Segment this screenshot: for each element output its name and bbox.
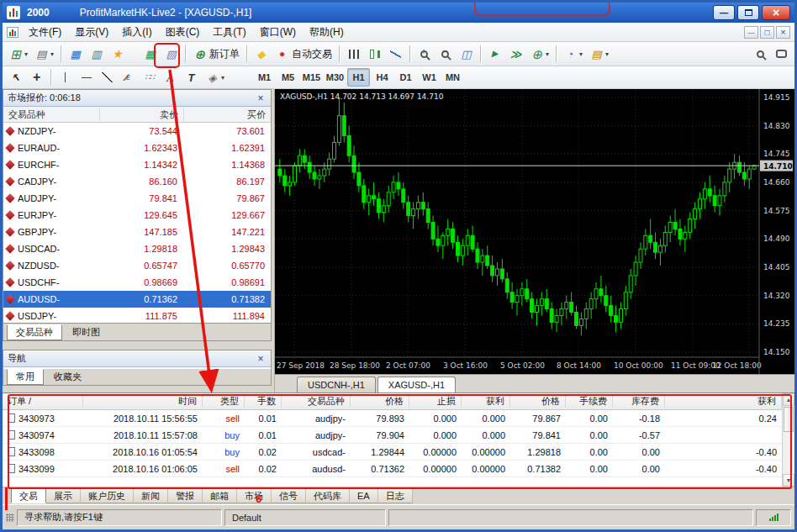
timeframe-button[interactable]: W1 (418, 68, 441, 87)
text-button[interactable] (160, 67, 181, 87)
scroll-track[interactable] (783, 433, 794, 474)
column-price[interactable]: 价格 (351, 395, 409, 408)
market-watch-row[interactable]: NZDJPY- 73.544 73.601 (3, 123, 271, 140)
timeframe-button[interactable]: H1 (347, 68, 370, 87)
search-button[interactable] (750, 44, 771, 64)
column-commission[interactable]: 手续费 (566, 395, 613, 408)
channel-button[interactable] (118, 67, 139, 87)
profiles-button[interactable] (31, 44, 57, 64)
menu-item[interactable]: 插入(I) (115, 24, 158, 41)
terminal-tab[interactable]: 邮箱 (203, 488, 237, 503)
terminal-button[interactable] (140, 44, 161, 64)
market-watch-row[interactable]: USDJPY- 111.875 111.894 (3, 308, 271, 323)
menu-item[interactable]: 图表(C) (159, 24, 207, 41)
navigator-tab[interactable]: 收藏夹 (45, 370, 90, 384)
timeframe-button[interactable]: M1 (253, 68, 276, 87)
terminal-scrollbar[interactable] (782, 393, 794, 487)
terminal-tab[interactable]: 账户历史 (81, 488, 134, 503)
periods-button[interactable] (560, 44, 586, 64)
minimize-button[interactable] (713, 5, 735, 20)
status-profile[interactable]: Default (224, 509, 386, 526)
market-watch-row[interactable]: EURJPY- 129.645 129.667 (3, 207, 271, 224)
zoom-out-button[interactable] (435, 44, 456, 64)
column-takeprofit[interactable]: 获利 (462, 395, 510, 408)
market-watch-row[interactable]: USDCHF- 0.98669 0.98691 (3, 274, 271, 291)
navigator-tab[interactable]: 常用 (7, 369, 44, 385)
new-chart-button[interactable] (5, 44, 31, 64)
market-watch-row[interactable]: EURAUD- 1.62343 1.62391 (3, 140, 271, 156)
vertical-line-button[interactable] (55, 67, 76, 87)
terminal-tab[interactable]: 警报 (168, 488, 203, 503)
autotrading-button[interactable]: 自动交易 (272, 44, 335, 64)
timeframe-button[interactable]: M30 (324, 68, 346, 87)
new-order-button[interactable]: 新订单 (189, 44, 243, 64)
trendline-button[interactable] (97, 67, 118, 87)
terminal-tab[interactable]: 日志 (378, 488, 413, 503)
bar-chart-button[interactable] (343, 44, 364, 64)
timeframe-button[interactable]: M5 (277, 68, 299, 87)
cursor-button[interactable] (5, 67, 26, 87)
order-row[interactable]: 3433098 2018.10.16 01:05:54 buy 0.02 usd… (3, 444, 782, 461)
chart-close-button[interactable] (776, 26, 790, 39)
fibonacci-button[interactable] (139, 67, 160, 87)
terminal-tab[interactable]: 代码库 (306, 488, 350, 503)
timeframe-button[interactable]: H4 (371, 68, 393, 87)
column-time[interactable]: 时间 (83, 395, 203, 408)
timeframe-button[interactable]: M15 (300, 68, 323, 87)
timeframe-button[interactable]: MN (441, 68, 464, 87)
crosshair-button[interactable] (26, 67, 47, 87)
market-watch-tab[interactable]: 即时图 (64, 325, 108, 340)
text-label-button[interactable] (181, 67, 202, 87)
terminal-tab[interactable]: 信号 (272, 488, 306, 503)
column-current-price[interactable]: 价格 (510, 395, 566, 408)
close-button[interactable] (762, 5, 790, 20)
line-chart-button[interactable] (385, 44, 406, 64)
candlestick-button[interactable] (364, 44, 385, 64)
data-window-button[interactable] (86, 44, 107, 64)
menu-item[interactable]: 工具(T) (206, 24, 252, 41)
menu-item[interactable]: 文件(F) (22, 24, 68, 41)
timeframe-button[interactable]: D1 (394, 68, 417, 87)
zoom-in-button[interactable] (414, 44, 435, 64)
terminal-tab[interactable]: EA (350, 488, 378, 503)
column-lots[interactable]: 手数 (245, 395, 282, 408)
chart-minimize-button[interactable] (744, 26, 758, 39)
close-panel-icon[interactable] (255, 92, 267, 104)
indicators-button[interactable] (526, 44, 552, 64)
scroll-up-icon[interactable] (783, 393, 794, 406)
menu-item[interactable]: 帮助(H) (303, 24, 351, 41)
column-bid[interactable]: 卖价 (99, 108, 183, 121)
maximize-button[interactable] (737, 5, 759, 20)
column-symbol[interactable]: 交易品种 (282, 395, 351, 408)
order-row[interactable]: 3430973 2018.10.11 15:56:55 sell 0.01 au… (3, 410, 782, 427)
market-watch-row[interactable]: USDCAD- 1.29818 1.29843 (3, 240, 271, 257)
market-watch-button[interactable] (65, 44, 86, 64)
column-symbol[interactable]: 交易品种 (3, 108, 99, 121)
scroll-down-icon[interactable] (783, 474, 794, 487)
market-watch-row[interactable]: CADJPY- 86.160 86.197 (3, 173, 271, 190)
chat-button[interactable] (771, 44, 792, 64)
titlebar[interactable]: 2000 ProfitMarketHK-Live2 - [XAGUSD-,H1] (3, 3, 794, 23)
menu-item[interactable]: 窗口(W) (253, 24, 303, 41)
auto-scroll-button[interactable] (484, 44, 505, 64)
column-swap[interactable]: 库存费 (613, 395, 665, 408)
metaeditor-button[interactable] (251, 44, 272, 64)
strategy-tester-button[interactable] (161, 44, 182, 64)
navigator-button[interactable] (107, 44, 128, 64)
close-panel-icon[interactable] (255, 353, 267, 365)
templates-button[interactable] (586, 44, 612, 64)
column-profit[interactable]: 获利 (665, 395, 782, 408)
market-watch-row[interactable]: EURCHF- 1.14342 1.14368 (3, 156, 271, 173)
terminal-tab[interactable]: 交易 (11, 488, 46, 503)
market-watch-titlebar[interactable]: 市场报价: 0:06:18 (3, 90, 271, 107)
market-watch-row[interactable]: AUDUSD- 0.71362 0.71382 (3, 291, 271, 308)
market-watch-row[interactable]: GBPJPY- 147.185 147.221 (3, 224, 271, 240)
column-type[interactable]: 类型 (203, 395, 245, 408)
chart-tab[interactable]: XAGUSD-,H1 (377, 377, 456, 392)
terminal-tab[interactable]: 市场 (237, 488, 272, 503)
chart-window-icon[interactable] (7, 27, 18, 38)
arrows-button[interactable] (202, 67, 228, 87)
scroll-thumb[interactable] (784, 407, 794, 432)
column-stoploss[interactable]: 止损 (409, 395, 462, 408)
navigator-titlebar[interactable]: 导航 (3, 350, 271, 367)
